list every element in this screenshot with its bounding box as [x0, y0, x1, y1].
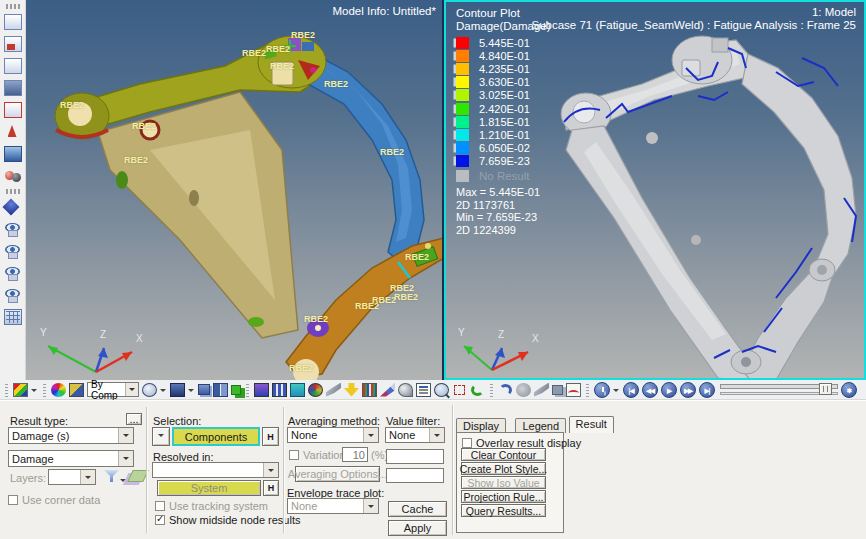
color-mode-select[interactable]: By Comp: [87, 382, 139, 397]
value-filter-select[interactable]: None: [385, 427, 445, 443]
query-icon[interactable]: [434, 383, 449, 397]
result-type-more-button[interactable]: ...: [126, 413, 142, 425]
fast-forward-button[interactable]: ▶▶: [680, 382, 696, 398]
chevron-down-icon[interactable]: [429, 428, 444, 442]
tracking-dish-icon[interactable]: [398, 383, 413, 397]
result-type-select[interactable]: Damage (s): [8, 427, 134, 444]
apply-button[interactable]: Apply: [388, 520, 447, 536]
filter-funnel-icon[interactable]: [104, 470, 119, 482]
color-wheel-icon[interactable]: [51, 383, 66, 397]
report-curve-icon[interactable]: [566, 383, 581, 397]
iso-plot-icon[interactable]: [290, 383, 305, 397]
chevron-down-icon[interactable]: [363, 499, 378, 513]
collector-advanced-button[interactable]: H: [262, 427, 279, 446]
bottom-toolbar: By Comp|◀◀◀▶▶▶▶|✱: [0, 380, 866, 400]
wireframe-sphere-icon[interactable]: [142, 383, 157, 397]
eye-parts-icon[interactable]: [4, 265, 22, 281]
trace-icon[interactable]: [470, 383, 485, 397]
rewind-button[interactable]: ◀◀: [642, 382, 658, 398]
play-button[interactable]: ▶: [661, 382, 677, 398]
hyperview-window: Model Info: Untitled* RBE2RBE2RBE2RBE2RB…: [0, 0, 866, 539]
animation-clock-button[interactable]: [594, 382, 610, 398]
selection-entity-dropdown[interactable]: [152, 427, 170, 446]
envelope-trace-select[interactable]: None: [287, 498, 379, 514]
tab-display[interactable]: Display: [456, 418, 506, 433]
view-diamond-icon[interactable]: [4, 199, 22, 215]
shaded-caret[interactable]: [188, 389, 194, 395]
skip-start-button[interactable]: |◀: [623, 382, 639, 398]
rbe2-label: RBE2: [132, 121, 156, 131]
shaded-cube-icon[interactable]: [170, 383, 185, 397]
legend-entry: 3.025E-01: [456, 89, 551, 102]
legend-value: 7.659E-23: [479, 155, 530, 167]
svg-text:Z: Z: [498, 329, 504, 340]
flag-note-icon[interactable]: [344, 383, 359, 397]
projection-rule-button[interactable]: Projection Rule...: [461, 490, 546, 503]
clear-contour-button[interactable]: Clear Contour: [461, 448, 546, 461]
mask-icon[interactable]: [516, 383, 531, 397]
chevron-down-icon[interactable]: [118, 451, 133, 466]
open-session-icon[interactable]: [4, 36, 22, 52]
rbe2-label: RBE2: [380, 147, 404, 157]
eye-entities-icon[interactable]: [4, 243, 22, 259]
contour-plot-icon[interactable]: [254, 383, 269, 397]
legend-swatch: [456, 89, 469, 101]
viewport-model-left[interactable]: Model Info: Untitled* RBE2RBE2RBE2RBE2RB…: [26, 0, 444, 380]
overlay-squares-icon[interactable]: [231, 385, 241, 395]
legend-max-entity: 2D 1173761: [456, 199, 551, 212]
color-by-comp-icon[interactable]: [69, 383, 84, 397]
legend-entry: 5.445E-01: [456, 36, 551, 49]
tab-result[interactable]: Result: [569, 416, 614, 433]
eye-1-icon[interactable]: [4, 221, 22, 237]
eye-components-icon[interactable]: [4, 287, 22, 303]
probe-curve-icon[interactable]: [326, 383, 341, 397]
animation-caret[interactable]: [613, 389, 619, 395]
components-collector-button[interactable]: Components: [172, 427, 260, 446]
measure-icon[interactable]: [452, 383, 467, 397]
session-window-icon[interactable]: [4, 14, 22, 30]
legend-bars-icon[interactable]: [362, 383, 377, 397]
page-red-icon[interactable]: [4, 102, 22, 118]
tab-legend[interactable]: Legend: [515, 418, 566, 433]
funnel-caret-icon[interactable]: [120, 479, 126, 485]
result-type-label: Result type:: [10, 415, 68, 427]
vector-plot-icon[interactable]: [272, 383, 287, 397]
page-icon[interactable]: [4, 58, 22, 74]
animation-slider-handle[interactable]: [819, 383, 832, 395]
result-subtype-select[interactable]: Damage: [8, 450, 134, 467]
pages-dark-icon[interactable]: [4, 80, 22, 96]
use-corner-data-checkbox[interactable]: Use corner data: [8, 494, 100, 506]
averaging-method-select[interactable]: None: [287, 427, 379, 443]
wireframe-caret[interactable]: [160, 389, 166, 395]
chevron-down-icon[interactable]: [118, 428, 133, 443]
stack-copy-icon[interactable]: [552, 385, 563, 395]
copy-entities-icon[interactable]: [198, 384, 210, 395]
legend-value: 3.025E-01: [479, 89, 530, 101]
create-plot-style-button[interactable]: Create Plot Style...: [461, 462, 546, 475]
section-cut-icon[interactable]: [380, 383, 395, 397]
variation-value-input[interactable]: 10: [342, 447, 368, 462]
value-filter-min-input: [386, 449, 444, 464]
cache-button[interactable]: Cache: [388, 501, 447, 517]
animation-slider[interactable]: [720, 383, 838, 397]
notes-icon[interactable]: [416, 383, 431, 397]
contour-caret[interactable]: [31, 389, 37, 395]
skip-end-button[interactable]: ▶|: [699, 382, 715, 398]
panel-divider: [452, 405, 454, 535]
mesh-panel-icon[interactable]: [4, 309, 22, 325]
mirror-icon[interactable]: [213, 383, 228, 397]
query-results-button[interactable]: Query Results...: [461, 504, 546, 517]
tensor-sphere-icon[interactable]: [308, 383, 323, 397]
contour-panel-icon[interactable]: [13, 383, 28, 397]
legend-min-entity: 2D 1224399: [456, 224, 551, 237]
monitor-icon[interactable]: [4, 146, 22, 162]
tracking-antenna-icon[interactable]: [4, 124, 22, 140]
spheres-icon[interactable]: [4, 168, 22, 184]
use-tracking-checkbox[interactable]: Use tracking system: [155, 500, 268, 512]
chevron-down-icon[interactable]: [363, 428, 378, 442]
animation-settings-button[interactable]: ✱: [841, 382, 857, 398]
curve-delete-icon[interactable]: [498, 383, 513, 397]
probe2-icon[interactable]: [534, 383, 549, 397]
show-midside-checkbox[interactable]: Show midside node results: [155, 514, 300, 526]
viewport-model-right[interactable]: 1: Model Subcase 71 (Fatigue_SeamWeld) :…: [444, 0, 866, 380]
